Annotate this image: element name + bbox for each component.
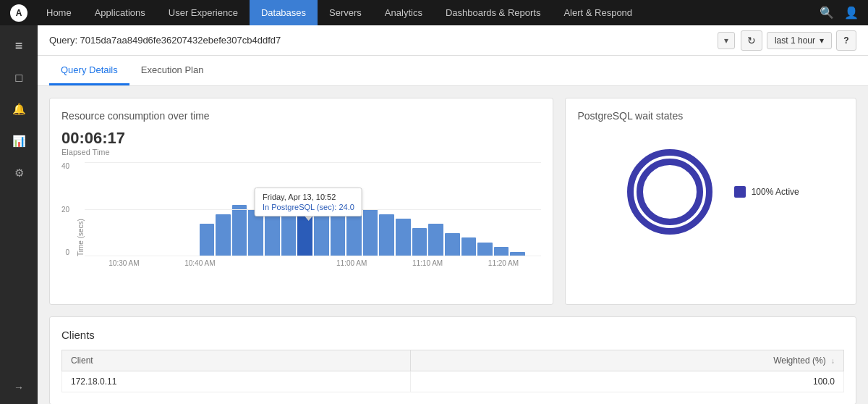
elapsed-time: 00:06:17 Elapsed Time [61, 130, 541, 156]
tooltip-value: In PostgreSQL (sec): 24.0 [263, 203, 354, 211]
query-bar-right: ↻ last 1 hour ▾ ? [741, 30, 856, 51]
elapsed-time-label: Elapsed Time [61, 148, 541, 156]
query-text: Query: 7015da7aa849d6fe36207432ebefe307c… [49, 35, 712, 46]
search-icon[interactable]: 🔍 [816, 2, 838, 24]
nav-dashboards[interactable]: Dashboards & Reports [434, 0, 553, 25]
chevron-down-icon: ▾ [820, 35, 824, 46]
chart-tooltip: Friday, Apr 13, 10:52 In PostgreSQL (sec… [255, 188, 362, 216]
col-weighted-label: Weighted (%) [773, 355, 825, 366]
elapsed-time-value: 00:06:17 [61, 130, 541, 146]
x-label-0: 10:30 AM [86, 259, 162, 267]
y-axis-title: Time (secs) [74, 162, 85, 256]
legend-color-active [734, 186, 746, 198]
tooltip-value-number: 24.0 [339, 203, 354, 211]
x-label-1: 10:40 AM [162, 259, 238, 267]
content-area: Resource consumption over time 00:06:17 … [38, 86, 868, 404]
clients-section: Clients Client Weighted (%) ↓ [49, 316, 856, 404]
sidebar-menu[interactable]: ≡ [4, 31, 33, 60]
sidebar: ≡ ◻ 🔔 📊 ⚙ → [0, 25, 38, 404]
nav-right: 🔍 👤 [816, 2, 862, 24]
menu-icon: ≡ [15, 38, 23, 54]
x-label-3: 11:00 AM [314, 259, 390, 267]
bar-9 [232, 205, 247, 257]
donut-wrapper: 100% Active [577, 130, 844, 253]
sidebar-messages[interactable]: ◻ [4, 63, 33, 92]
bar-7 [200, 224, 215, 257]
query-bar: Query: 7015da7aa849d6fe36207432ebefe307c… [38, 25, 868, 56]
tabs-bar: Query Details Execution Plan [38, 56, 868, 86]
sidebar-notifications[interactable]: 🔔 [4, 95, 33, 124]
nav-applications[interactable]: Applications [83, 0, 157, 25]
col-client-label: Client [71, 355, 93, 366]
donut-legend: 100% Active [734, 186, 799, 198]
table-header-row: Client Weighted (%) ↓ [62, 350, 844, 371]
tab-query-details[interactable]: Query Details [49, 56, 129, 85]
wait-states-title: PostgreSQL wait states [577, 110, 844, 122]
sort-icon: ↓ [831, 357, 835, 365]
tooltip-value-label: In PostgreSQL (sec): [263, 203, 336, 211]
x-label-2 [238, 259, 314, 267]
nav-analytics[interactable]: Analytics [373, 0, 434, 25]
bar-chart: 40 20 0 Time (secs) [61, 162, 541, 293]
col-client: Client [62, 350, 411, 371]
y-axis-labels: 40 20 0 [61, 162, 74, 256]
messages-icon: ◻ [14, 71, 23, 84]
nav-servers[interactable]: Servers [318, 0, 373, 25]
notifications-icon: 🔔 [12, 103, 26, 116]
wait-states-card: PostgreSQL wait states 100% [565, 98, 856, 305]
clients-table-body: 172.18.0.11 100.0 [62, 371, 844, 392]
x-axis: 10:30 AM 10:40 AM 11:00 AM 11:10 AM 11:2… [61, 259, 541, 267]
tooltip-title: Friday, Apr 13, 10:52 [263, 193, 354, 201]
sidebar-collapse[interactable]: → [4, 376, 33, 398]
charts-row: Resource consumption over time 00:06:17 … [49, 98, 856, 305]
refresh-button[interactable]: ↻ [741, 30, 762, 51]
help-label: ? [843, 35, 848, 46]
query-dropdown-button[interactable]: ▾ [718, 32, 735, 49]
user-icon[interactable]: 👤 [841, 2, 862, 24]
nav-databases[interactable]: Databases [250, 0, 318, 25]
bar-8 [216, 214, 231, 257]
app-logo[interactable]: A [6, 0, 32, 25]
x-label-4: 11:10 AM [390, 259, 466, 267]
nav-items: Home Applications User Experience Databa… [35, 0, 816, 25]
nav-alert[interactable]: Alert & Respond [552, 0, 644, 25]
bar-25 [494, 247, 509, 256]
bar-26 [510, 252, 525, 257]
nav-home[interactable]: Home [35, 0, 83, 25]
client-cell-0: 172.18.0.11 [62, 371, 411, 392]
chart-inner: 40 20 0 Time (secs) [61, 162, 541, 256]
y-label-20: 20 [61, 206, 69, 214]
resource-chart-title: Resource consumption over time [61, 110, 541, 122]
donut-chart [623, 145, 717, 239]
sidebar-bottom: → [4, 376, 33, 398]
timerange-label: last 1 hour [775, 35, 815, 46]
tab-execution-plan[interactable]: Execution Plan [129, 56, 216, 85]
bar-17 [363, 209, 378, 256]
bar-18 [379, 214, 394, 257]
weighted-cell-0: 100.0 [411, 371, 844, 392]
legend-item-active: 100% Active [734, 186, 799, 198]
help-button[interactable]: ? [836, 30, 856, 51]
col-weighted[interactable]: Weighted (%) ↓ [411, 350, 844, 371]
settings-icon: ⚙ [14, 167, 24, 180]
refresh-icon: ↻ [747, 35, 756, 46]
timerange-button[interactable]: last 1 hour ▾ [767, 32, 832, 49]
sidebar-reports[interactable]: 📊 [4, 127, 33, 156]
logo-icon: A [10, 4, 27, 22]
y-label-0: 0 [66, 248, 70, 256]
sidebar-settings[interactable]: ⚙ [4, 159, 33, 188]
resource-consumption-card: Resource consumption over time 00:06:17 … [49, 98, 553, 305]
clients-table: Client Weighted (%) ↓ 172.18.0.11 100.0 [61, 350, 844, 392]
bar-23 [461, 237, 477, 256]
reports-icon: 📊 [12, 135, 26, 148]
bar-19 [396, 219, 411, 256]
top-nav: A Home Applications User Experience Data… [0, 0, 868, 25]
bar-15 [331, 214, 346, 257]
bar-22 [445, 233, 460, 257]
table-row[interactable]: 172.18.0.11 100.0 [62, 371, 844, 392]
svg-point-2 [645, 167, 694, 216]
nav-user-experience[interactable]: User Experience [157, 0, 250, 25]
main-content: Query: 7015da7aa849d6fe36207432ebefe307c… [38, 25, 868, 404]
bar-24 [477, 243, 493, 257]
legend-label-active: 100% Active [752, 187, 799, 197]
